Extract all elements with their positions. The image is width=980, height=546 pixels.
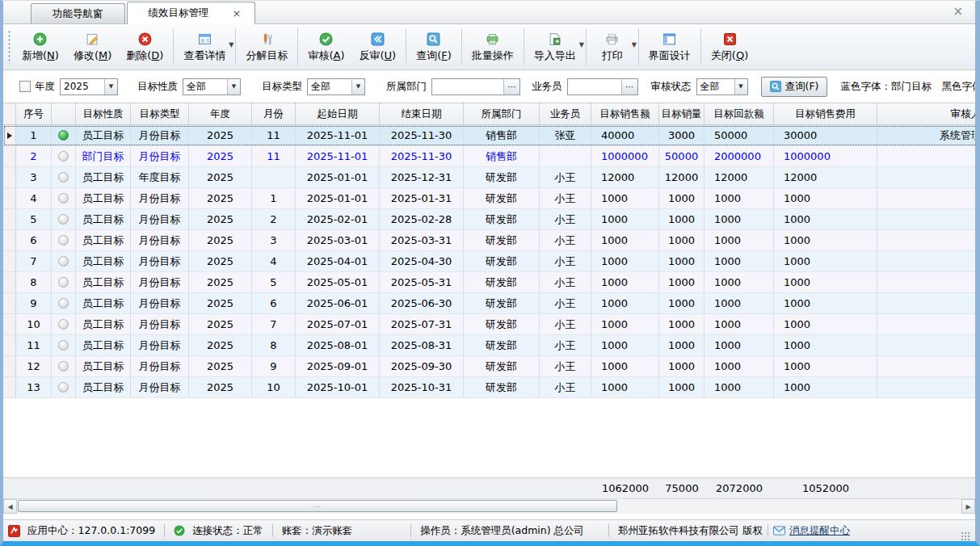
toolbar-button-edit[interactable]: 修改(M) — [66, 28, 119, 65]
audit-status-select[interactable]: 全部 ▼ — [696, 78, 748, 95]
row-selector[interactable] — [3, 335, 16, 356]
chevron-down-icon[interactable]: ▼ — [632, 41, 637, 48]
row-selector[interactable] — [3, 293, 16, 314]
toolbar-button-audit[interactable]: 审核(A) — [301, 28, 351, 65]
toolbar-button-delete[interactable]: 删除(D) — [119, 28, 170, 65]
table-row[interactable]: 10员工目标月份目标202572025-07-012025-07-31研发部小王… — [3, 314, 975, 335]
chevron-down-icon[interactable]: ▼ — [227, 79, 240, 94]
table-row[interactable]: 3员工目标年度目标20252025-01-012025-12-31研发部小王12… — [3, 167, 975, 188]
table-row[interactable]: 12员工目标月份目标202592025-09-012025-09-30研发部小王… — [3, 356, 975, 377]
toolbar-grip-icon — [7, 30, 11, 64]
column-header-type[interactable]: 目标类型 — [131, 103, 189, 125]
message-center-link[interactable]: 消息提醒中心 — [773, 524, 850, 538]
column-header-nature[interactable]: 目标性质 — [76, 103, 131, 125]
query-button[interactable]: 查询(F) — [761, 77, 828, 97]
cell-auditor: 系统管理员 — [877, 125, 975, 146]
column-header-year[interactable]: 年度 — [189, 103, 252, 125]
table-row[interactable]: 4员工目标月份目标202512025-01-012025-01-31研发部小王1… — [3, 188, 975, 209]
copyright-status: 郑州亚拓软件科技有限公司 版权 — [618, 524, 763, 538]
column-header-dept[interactable]: 所属部门 — [464, 103, 540, 125]
nature-select[interactable]: 全部 ▼ — [183, 78, 241, 95]
chevron-down-icon[interactable]: ▼ — [351, 79, 364, 94]
dept-input[interactable]: ··· — [431, 78, 520, 95]
column-header-qty[interactable]: 目标销量 — [659, 103, 705, 125]
cell-type: 月份目标 — [131, 293, 189, 314]
column-header-status[interactable] — [52, 103, 76, 125]
row-selector[interactable] — [3, 125, 16, 146]
column-header-expense[interactable]: 目标销售费用 — [774, 103, 877, 125]
toolbar-button-unaudit[interactable]: 反审(U) — [352, 28, 404, 65]
table-row[interactable]: 11员工目标月份目标202582025-08-012025-08-31研发部小王… — [3, 335, 975, 356]
status-ball-gray-icon — [58, 340, 69, 351]
table-row[interactable]: 7员工目标月份目标202542025-04-012025-04-30研发部小王1… — [3, 251, 975, 272]
toolbar-button-design[interactable]: 界面设计 — [641, 28, 698, 65]
column-header-seq[interactable]: 序号 — [16, 103, 52, 125]
status-ball-gray-icon — [58, 382, 69, 393]
chevron-down-icon[interactable]: ▼ — [579, 41, 584, 48]
row-selector[interactable] — [3, 209, 16, 230]
table-row[interactable]: 6员工目标月份目标202532025-03-012025-03-31研发部小王1… — [3, 230, 975, 251]
scroll-right-icon[interactable]: ▶ — [961, 499, 975, 514]
row-selector[interactable] — [3, 356, 16, 377]
scrollbar-thumb[interactable]: ⋯ — [18, 500, 617, 512]
toolbar-button-search[interactable]: 查询(F) — [409, 28, 459, 65]
row-selector[interactable] — [3, 251, 16, 272]
scrollbar-track[interactable]: ⋯ — [17, 499, 961, 514]
window-close-icon[interactable]: × — [948, 4, 967, 19]
audit-status-label: 审核状态 — [651, 80, 692, 94]
summary-qty: 75000 — [659, 478, 705, 498]
toolbar-button-tools[interactable]: 分解目标 — [238, 28, 295, 65]
cell-sales: 1000 — [591, 209, 659, 230]
cell-month: 4 — [252, 251, 296, 272]
scroll-left-icon[interactable]: ◀ — [3, 499, 17, 514]
type-select[interactable]: 全部 ▼ — [307, 78, 365, 95]
row-selector[interactable] — [3, 272, 16, 293]
ellipsis-lookup-icon[interactable]: ··· — [503, 79, 519, 94]
year-select[interactable]: 2025 ▼ — [60, 78, 118, 95]
table-row[interactable]: 1员工目标月份目标2025112025-11-012025-11-30销售部张亚… — [3, 125, 975, 146]
ellipsis-lookup-icon[interactable]: ··· — [621, 79, 637, 94]
column-header-month[interactable]: 月份 — [252, 103, 296, 125]
cell-sales: 1000 — [591, 188, 659, 209]
row-selector[interactable] — [3, 314, 16, 335]
chevron-down-icon[interactable]: ▼ — [734, 79, 747, 94]
summary-type — [131, 478, 189, 498]
toolbar-button-add[interactable]: 新增(N) — [15, 28, 66, 65]
tab-performance-target[interactable]: 绩效目标管理 × — [127, 2, 256, 24]
table-row[interactable]: 5员工目标月份目标202522025-02-012025-02-28研发部小王1… — [3, 209, 975, 230]
status-ball-gray-icon — [58, 235, 69, 246]
cell-payment: 2000000 — [705, 146, 774, 167]
table-row[interactable]: 9员工目标月份目标202562025-06-012025-06-30研发部小王1… — [3, 293, 975, 314]
column-header-start[interactable]: 起始日期 — [296, 103, 380, 125]
toolbar-button-print[interactable]: 打印▼ — [589, 28, 636, 65]
column-header-payment[interactable]: 目标回款额 — [705, 103, 774, 125]
row-selector[interactable] — [3, 230, 16, 251]
row-selector[interactable] — [3, 146, 16, 167]
row-selector[interactable] — [3, 188, 16, 209]
table-row[interactable]: 13员工目标月份目标2025102025-10-012025-10-31研发部小… — [3, 377, 975, 398]
year-checkbox[interactable] — [19, 81, 31, 92]
table-row[interactable]: 8员工目标月份目标202552025-05-012025-05-31研发部小王1… — [3, 272, 975, 293]
toolbar-button-detail[interactable]: 查看详情▼ — [176, 28, 233, 65]
cell-end: 2025-01-31 — [380, 188, 464, 209]
column-header-person[interactable]: 业务员 — [540, 103, 591, 125]
toolbar-button-import-export[interactable]: 导入导出▼ — [527, 28, 583, 65]
column-header-sales[interactable]: 目标销售额 — [591, 103, 659, 125]
person-input[interactable]: ··· — [567, 78, 638, 95]
column-header-auditor[interactable]: 审核人 — [877, 103, 975, 125]
horizontal-scrollbar[interactable]: ◀ ⋯ ▶ — [3, 498, 975, 514]
tab-function-nav[interactable]: 功能导航窗 — [31, 3, 125, 23]
resize-grip[interactable] — [960, 531, 970, 541]
cell-month: 8 — [252, 335, 296, 356]
tab-close-icon[interactable]: × — [230, 8, 244, 19]
toolbar-button-close[interactable]: 关闭(Q) — [704, 28, 755, 65]
column-header-end[interactable]: 结束日期 — [380, 103, 464, 125]
toolbar-button-label: 查询(F) — [416, 48, 452, 63]
chevron-down-icon[interactable]: ▼ — [229, 41, 233, 48]
chevron-down-icon[interactable]: ▼ — [104, 79, 117, 94]
row-selector[interactable] — [3, 167, 16, 188]
row-selector[interactable] — [3, 377, 16, 398]
table-row[interactable]: 2部门目标月份目标2025112025-11-012025-11-30销售部10… — [3, 146, 975, 167]
toolbar-button-batch[interactable]: 批量操作 — [465, 28, 521, 65]
cell-month — [252, 167, 296, 188]
